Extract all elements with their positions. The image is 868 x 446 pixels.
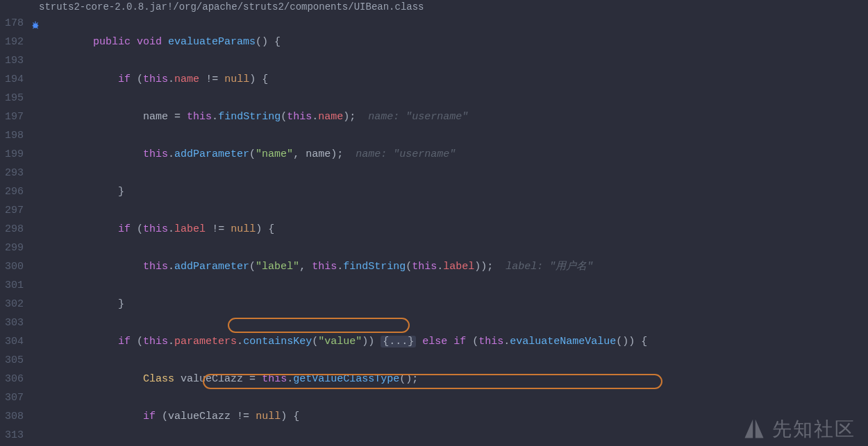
svg-marker-1 bbox=[745, 420, 753, 438]
icon-gutter bbox=[29, 14, 43, 446]
bug-icon bbox=[31, 18, 40, 37]
svg-marker-2 bbox=[756, 420, 764, 438]
code-content[interactable]: public void evaluateParams() { if (this.… bbox=[43, 14, 868, 446]
watermark-logo-icon bbox=[742, 416, 767, 441]
fold-marker[interactable]: {...} bbox=[381, 336, 416, 348]
code-editor[interactable]: 178 192 193 194 195 197 198 199 293 296 … bbox=[0, 14, 868, 446]
breadcrumb: struts2-core-2.0.8.jar!/org/apache/strut… bbox=[0, 0, 868, 14]
line-number-gutter: 178 192 193 194 195 197 198 199 293 296 … bbox=[0, 14, 29, 446]
watermark: 先知社区 bbox=[742, 416, 856, 441]
